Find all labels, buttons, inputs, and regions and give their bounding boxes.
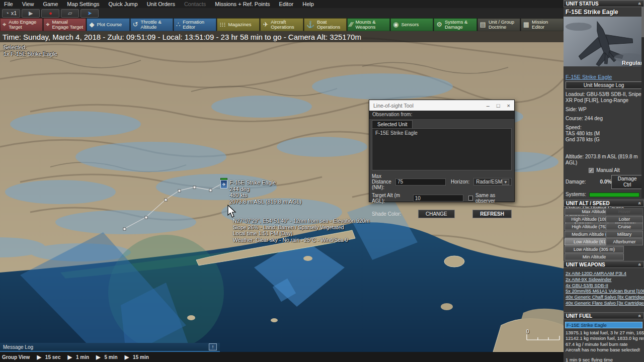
tooltip-weather: Weather: Clear sky - No rain - 25°C - Wi… [233, 237, 369, 243]
close-icon[interactable]: × [507, 103, 510, 109]
play-15min-icon[interactable]: ▶ [125, 354, 129, 360]
military-button[interactable]: Military [606, 231, 643, 238]
horizon-select[interactable]: Radar/ESM ▼ [473, 178, 512, 186]
menu-view[interactable]: View [22, 1, 34, 7]
max-distance-input[interactable] [395, 178, 446, 186]
weapon-link-flare[interactable]: 40x Generic Flare Salvo [3x Cartridges, … [566, 301, 644, 307]
formation-editor-button[interactable]: ∴ Formation Editor [174, 18, 216, 31]
unit-db-link[interactable]: F-15E Strike Eagle [566, 74, 612, 80]
collapse-chevron-icon[interactable]: « [637, 2, 643, 5]
menu-missions-ref-points[interactable]: Missions + Ref. Points [215, 1, 270, 7]
loiter-button[interactable]: Loiter [606, 216, 643, 223]
weapon-link-amraam[interactable]: 2x AIM-120D AMRAAM P3I.4 [566, 271, 644, 277]
mission-editor-button[interactable]: ▦ Mission Editor [521, 18, 564, 31]
afterburner-button[interactable]: Afterburner [606, 238, 643, 245]
weapon-link-sdb[interactable]: 4x GBU-53/B SDB-II [566, 283, 644, 289]
selected-unit-tab[interactable]: Selected Unit [372, 120, 413, 128]
play-1min-icon[interactable]: ▶ [67, 354, 71, 360]
same-as-observer-label: Same as observer [475, 193, 512, 204]
unit-status-header-label: UNIT STATUS [566, 1, 599, 7]
menu-unit-orders[interactable]: Unit Orders [147, 1, 175, 7]
group-view-button[interactable]: Group View [2, 354, 30, 360]
mounts-weapons-button[interactable]: ∕∕∕ Mounts & Weapons [347, 18, 390, 31]
pin-button[interactable]: ➤ [80, 9, 99, 18]
observer-list-item[interactable]: F-15E Strike Eagle [375, 130, 418, 136]
unit-label-speed: 480 kts [229, 192, 301, 199]
alt-speed-header[interactable]: UNIT ALT / SPEED « [564, 200, 644, 207]
sidebar-scrollbar[interactable] [641, 7, 644, 198]
map-view[interactable]: Time: Sunday, March 4, 2018 - Zulu: 09:5… [0, 31, 564, 352]
weapon-link-chaff[interactable]: 40x Generic Chaff Salvo [8x Cartridges] [566, 295, 644, 301]
minimize-icon[interactable]: – [487, 103, 490, 109]
tooltip-localtime: Local time 1:51 PM (Day) [233, 230, 369, 237]
aircraft-operations-button[interactable]: ✈ Aircraft Operations [260, 18, 303, 31]
speed-15min[interactable]: 15 min [133, 354, 149, 360]
plot-course-button[interactable]: ◆ Plot Course [87, 18, 129, 31]
magazines-button[interactable]: ⁝⁝⁝ Magazines [217, 18, 260, 31]
cruise-button[interactable]: Cruise [606, 223, 643, 230]
auto-engage-target-button[interactable]: ⌖ Auto Engage Target [0, 18, 43, 31]
message-log-bar[interactable]: Message Log ↑ [0, 343, 220, 352]
clock-icon: ◔ [6, 11, 9, 16]
mounts-weapons-icon: ∕∕∕ [350, 21, 353, 28]
doctrine-icon: ▤ [480, 21, 486, 28]
target-alt-input[interactable] [413, 195, 463, 202]
fuel-warning: Aircraft has no home base selected! [566, 347, 644, 353]
unit-map-icon[interactable]: ✈ [220, 178, 227, 189]
message-log-expand-button[interactable]: ↑ [209, 343, 217, 350]
play-5min-icon[interactable]: ▶ [96, 354, 100, 360]
menu-map-settings[interactable]: Map Settings [67, 1, 99, 7]
change-color-button[interactable]: CHANGE [418, 210, 455, 218]
manual-alt-checkbox[interactable]: ✓ [589, 168, 594, 173]
maximize-icon[interactable]: □ [497, 103, 500, 109]
same-as-observer-checkbox[interactable] [468, 196, 473, 201]
unit-weapons-header[interactable]: UNIT WEAPONS « [564, 261, 644, 268]
collapse-chevron-icon[interactable]: « [637, 263, 643, 266]
boat-operations-button[interactable]: ⚓ Boat Operations [304, 18, 347, 31]
menu-file[interactable]: File [4, 1, 13, 7]
menu-game[interactable]: Game [43, 1, 58, 7]
play-15sec-icon[interactable]: ▶ [37, 354, 41, 360]
throttle-altitude-button[interactable]: ↺ Throttle & Altitude [130, 18, 173, 31]
sensors-icon: ◉ [393, 21, 398, 28]
unit-message-log-button[interactable]: Unit Message Log [566, 81, 642, 89]
unit-speed-label: Speed: [566, 125, 643, 131]
unit-fuel-header-label: UNIT FUEL [566, 313, 592, 319]
menu-quick-jump[interactable]: Quick Jump [109, 1, 138, 7]
menu-help[interactable]: Help [302, 1, 314, 7]
speed-15sec[interactable]: 15 sec [45, 354, 61, 360]
sensors-button[interactable]: ◉ Sensors [390, 18, 433, 31]
unit-group-doctrine-button[interactable]: ▤ Unit / Group Doctrine [477, 18, 520, 31]
systems-label: Systems: [566, 192, 586, 198]
map-view-button[interactable]: ▱ [61, 9, 79, 18]
collapse-chevron-icon[interactable]: « [637, 314, 643, 317]
systems-damage-button[interactable]: ⚙ Systems & Damage [434, 18, 476, 31]
fuel-selected-unit[interactable]: F-15E Strike Eagle [565, 322, 642, 328]
unit-speed-gnd: Gnd 378 kts (G [566, 137, 643, 143]
time-compression-button[interactable]: ◔ x1 [2, 9, 20, 18]
map-scale-bar: 0 [526, 329, 561, 342]
los-title-bar[interactable]: Line-of-sight Tool – □ × [369, 100, 514, 111]
refresh-button[interactable]: REFRESH [472, 210, 512, 218]
map-plane-icon: ▱ [68, 11, 72, 16]
record-button[interactable]: ● [41, 9, 59, 18]
low-altitude-305-button[interactable]: Low Altitude (305 m) [565, 246, 624, 253]
fuel-mission: 12142.1 kg mission fuel, 1833.0 kg reser… [566, 336, 644, 341]
formation-editor-label: Formation Editor [183, 20, 204, 30]
flying-time: 1 min 9 sec flying time [564, 353, 644, 362]
speed-1min[interactable]: 1 min [76, 354, 89, 360]
message-log-label: Message Log [3, 344, 33, 350]
play-button[interactable]: ▶ [22, 9, 40, 18]
damage-ctrl-button[interactable]: Damage Ctrl [611, 175, 643, 189]
observer-list[interactable]: F-15E Strike Eagle [372, 128, 512, 170]
collapse-chevron-icon[interactable]: « [637, 202, 643, 205]
speed-5min[interactable]: 5 min [105, 354, 118, 360]
weapon-link-vulcan[interactable]: 5x 20mm/85 M61A1 Vulcan Burst [100 rnds [566, 289, 644, 295]
menu-editor[interactable]: Editor [279, 1, 293, 7]
unit-fuel-header[interactable]: UNIT FUEL « [564, 312, 644, 319]
mouse-cursor [227, 205, 237, 219]
manual-engage-target-button[interactable]: ⌖ Manual Engage Target [43, 18, 86, 31]
weapon-link-sidewinder[interactable]: 2x AIM-9X Sidewinder [566, 277, 644, 283]
unit-status-header[interactable]: UNIT STATUS « [564, 0, 644, 7]
min-altitude-button[interactable]: Min Altitude [565, 253, 624, 260]
